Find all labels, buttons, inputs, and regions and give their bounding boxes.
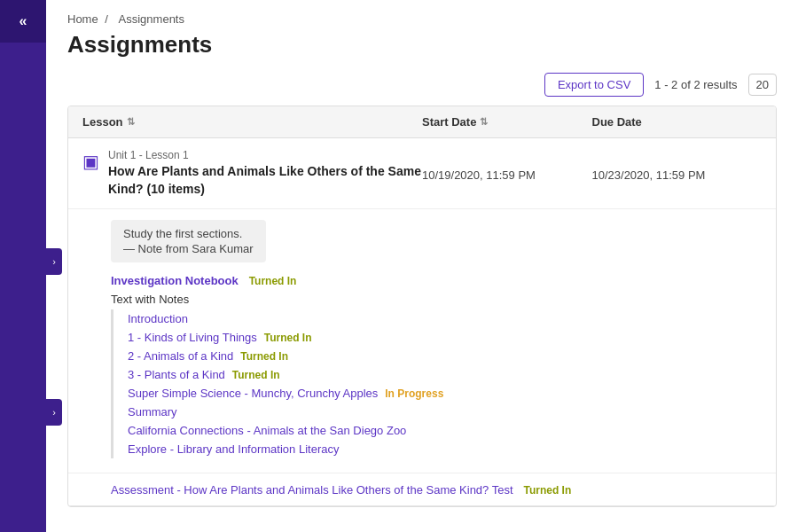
collapse-icon: «: [20, 13, 27, 29]
item-animals-link[interactable]: 2 - Animals of a Kind: [128, 349, 233, 363]
item-explore-link[interactable]: Explore - Library and Information Litera…: [128, 442, 339, 456]
list-item: 2 - Animals of a Kind Turned In: [128, 347, 762, 365]
assignment-details: Study the first sections. — Note from Sa…: [68, 208, 776, 473]
list-item: 1 - Kinds of Living Things Turned In: [128, 328, 762, 347]
item-animals-status: Turned In: [240, 350, 288, 363]
breadcrumb: Home / Assignments: [67, 0, 777, 31]
item-summary-link[interactable]: Summary: [128, 405, 177, 419]
sidebar-collapse-button[interactable]: «: [0, 0, 46, 43]
breadcrumb-home[interactable]: Home: [67, 12, 98, 26]
export-csv-button[interactable]: Export to CSV: [544, 73, 644, 97]
lesson-icon: ▣: [82, 151, 99, 172]
list-item: Summary: [128, 403, 762, 421]
main-content: Home / Assignments Assignments Export to…: [46, 0, 798, 507]
assessment-status: Turned In: [523, 484, 571, 497]
lesson-title: How Are Plants and Animals Like Others o…: [108, 163, 422, 198]
note-text: Study the first sections.: [123, 227, 254, 240]
table-row: ▣ Unit 1 - Lesson 1 How Are Plants and A…: [68, 138, 776, 506]
due-date: 10/23/2020, 11:59 PM: [592, 149, 763, 182]
results-info: 1 - 2 of 2 results: [654, 78, 737, 91]
breadcrumb-current: Assignments: [119, 12, 184, 26]
lesson-info: Unit 1 - Lesson 1 How Are Plants and Ani…: [108, 149, 422, 198]
chevron-right-icon-bottom: ›: [52, 407, 56, 418]
chevron-right-icon: ›: [52, 256, 56, 267]
section-label: Text with Notes: [111, 293, 762, 306]
sidebar-expand-bottom[interactable]: ›: [46, 399, 62, 426]
sort-icon-lesson[interactable]: ⇅: [127, 116, 135, 128]
column-header-start-date: Start Date ⇅: [422, 115, 592, 129]
table-header: Lesson ⇅ Start Date ⇅ Due Date: [68, 106, 776, 138]
item-science-link[interactable]: Super Simple Science - Munchy, Crunchy A…: [128, 387, 378, 400]
unit-label: Unit 1 - Lesson 1: [108, 149, 422, 161]
sort-icon-start-date[interactable]: ⇅: [480, 116, 488, 128]
assessment-row: Assessment - How Are Plants and Animals …: [68, 473, 776, 505]
assignment-main-row: ▣ Unit 1 - Lesson 1 How Are Plants and A…: [68, 138, 776, 208]
item-science-status: In Progress: [385, 387, 443, 400]
note-box: Study the first sections. — Note from Sa…: [111, 220, 266, 262]
list-item: Explore - Library and Information Litera…: [128, 440, 762, 458]
note-author: — Note from Sara Kumar: [123, 242, 254, 255]
list-item: Super Simple Science - Munchy, Crunchy A…: [128, 384, 762, 403]
notebook-row: Investigation Notebook Turned In: [111, 273, 762, 287]
breadcrumb-separator: /: [105, 12, 108, 26]
list-item: 3 - Plants of a Kind Turned In: [128, 365, 762, 384]
page-title: Assignments: [67, 31, 777, 59]
column-header-lesson: Lesson ⇅: [82, 115, 422, 129]
list-item: Introduction: [128, 309, 762, 328]
toolbar: Export to CSV 1 - 2 of 2 results 20: [67, 73, 777, 97]
lesson-cell: ▣ Unit 1 - Lesson 1 How Are Plants and A…: [82, 149, 422, 198]
start-date: 10/19/2020, 11:59 PM: [422, 149, 592, 182]
list-item: California Connections - Animals at the …: [128, 421, 762, 440]
notebook-status: Turned In: [249, 275, 297, 287]
items-list: Introduction 1 - Kinds of Living Things …: [111, 309, 762, 458]
sidebar: «: [0, 0, 46, 507]
item-california-link[interactable]: California Connections - Animals at the …: [128, 424, 406, 437]
item-plants-status: Turned In: [232, 369, 280, 381]
investigation-notebook-link[interactable]: Investigation Notebook: [111, 274, 239, 287]
sidebar-expand-mid[interactable]: ›: [46, 248, 62, 275]
item-plants-link[interactable]: 3 - Plants of a Kind: [128, 368, 225, 381]
assignments-table: Lesson ⇅ Start Date ⇅ Due Date ▣ Unit 1 …: [67, 106, 777, 507]
column-header-due-date: Due Date: [592, 115, 763, 129]
item-kinds-status: Turned In: [264, 332, 312, 344]
assessment-link[interactable]: Assessment - How Are Plants and Animals …: [111, 483, 513, 497]
item-introduction-link[interactable]: Introduction: [128, 312, 188, 325]
per-page-selector[interactable]: 20: [748, 74, 777, 96]
item-kinds-link[interactable]: 1 - Kinds of Living Things: [128, 331, 257, 344]
